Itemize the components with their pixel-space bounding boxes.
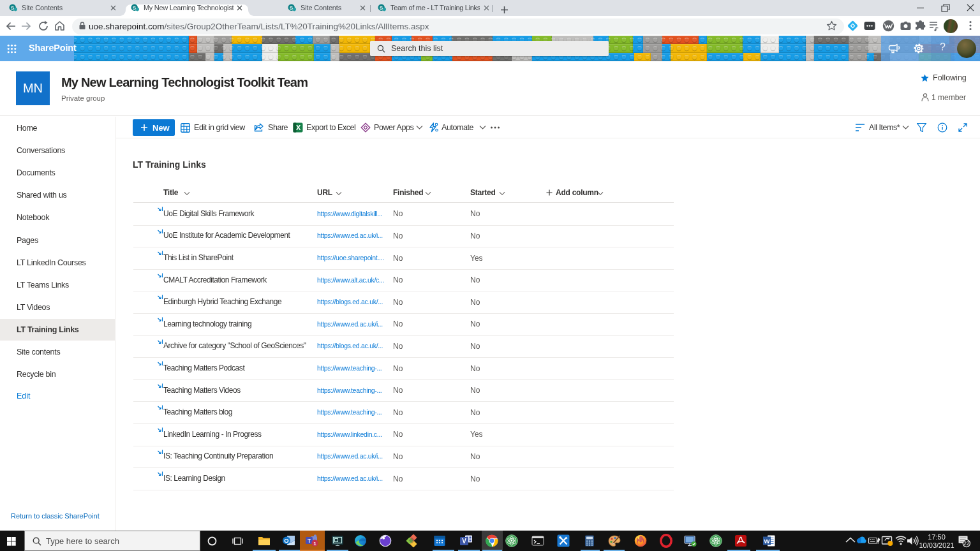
svg-text:22: 22 bbox=[963, 540, 970, 547]
svg-text:V: V bbox=[462, 538, 466, 545]
svg-text:1: 1 bbox=[313, 541, 316, 547]
svg-text:S: S bbox=[290, 5, 293, 11]
svg-text:O: O bbox=[284, 537, 288, 544]
svg-text:W: W bbox=[764, 538, 770, 545]
svg-text:X: X bbox=[296, 124, 301, 131]
svg-text:S: S bbox=[133, 5, 136, 11]
svg-text:S: S bbox=[380, 5, 383, 11]
svg-text:T: T bbox=[308, 538, 311, 544]
svg-text:S: S bbox=[11, 5, 14, 11]
